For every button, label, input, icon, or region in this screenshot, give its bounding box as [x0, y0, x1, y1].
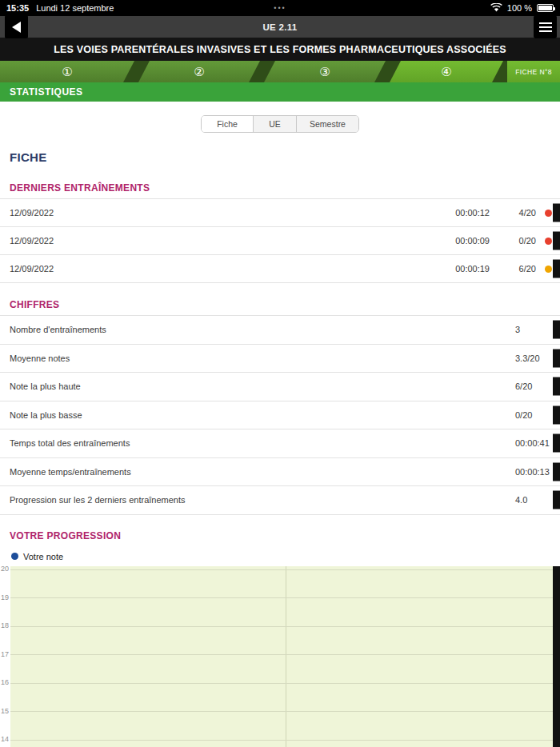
derniers-table: 12/09/2022 00:00:12 4/20 12/09/2022 00:0…	[0, 198, 560, 283]
chiffre-row: Moyenne notes 3.3/20	[0, 345, 560, 374]
status-bar: 15:35 Lundi 12 septembre ••• 100 %	[0, 0, 560, 16]
legend-dot-icon	[11, 553, 18, 560]
chiffre-label: Moyenne temps/entraînements	[10, 467, 515, 477]
nav-bar: UE 2.11	[0, 16, 560, 38]
chart-h-gridline	[10, 683, 560, 684]
step-1-number: ①	[62, 65, 72, 79]
stepper-step-3[interactable]: ③	[264, 61, 386, 82]
chart-y-tick: 16	[0, 678, 9, 687]
chart-y-tick: 20	[0, 565, 9, 573]
chart-y-tick: 15	[0, 707, 9, 716]
chiffres-heading: CHIFFRES	[10, 299, 560, 310]
derniers-heading: DERNIERS ENTRAÎNEMENTS	[10, 182, 560, 194]
stepper-step-2[interactable]: ②	[138, 61, 260, 82]
battery-icon	[537, 4, 554, 12]
tab-fiche[interactable]: Fiche	[202, 116, 253, 132]
stepper-step-1[interactable]: ①	[0, 61, 134, 82]
chiffre-row: Nombre d'entraînements 3	[0, 316, 560, 345]
chart-y-axis: 20191817161514	[0, 566, 10, 747]
back-arrow-icon	[12, 22, 21, 33]
entrainement-duration: 00:00:19	[426, 264, 490, 274]
menu-button[interactable]	[534, 15, 557, 38]
row-edge-marker	[553, 232, 560, 250]
course-banner: LES VOIES PARENTÉRALES INVASIVES ET LES …	[0, 38, 560, 61]
chiffre-row: Progression sur les 2 derniers entraînem…	[0, 486, 560, 515]
chart-y-tick: 14	[0, 735, 9, 744]
row-edge-marker	[553, 462, 560, 481]
fiche-number-label: FICHE N°8	[507, 61, 560, 82]
score-status-dot	[545, 210, 552, 217]
back-button[interactable]	[5, 15, 28, 38]
chart-h-gridline	[10, 569, 560, 570]
stepper-step-4[interactable]: ④	[390, 61, 503, 82]
row-edge-marker	[553, 491, 560, 509]
entrainement-score: 6/20	[490, 264, 536, 274]
statistiques-bar: STATISTIQUES	[0, 82, 560, 102]
entrainement-row[interactable]: 12/09/2022 00:00:12 4/20	[0, 199, 560, 227]
row-edge-marker	[553, 349, 560, 367]
entrainement-row[interactable]: 12/09/2022 00:00:19 6/20	[0, 255, 560, 283]
chiffre-label: Note la plus basse	[10, 410, 515, 420]
chart-h-gridline	[10, 740, 560, 741]
chart-h-gridline	[10, 597, 560, 598]
status-center-dots: •••	[274, 4, 286, 12]
tab-ue[interactable]: UE	[253, 116, 296, 132]
step-4-number: ④	[441, 65, 451, 79]
score-status-dot	[545, 266, 552, 273]
chart-legend: Votre note	[11, 552, 560, 561]
chart-h-gridline	[10, 711, 560, 712]
row-edge-marker	[553, 260, 560, 278]
chiffre-row: Moyenne temps/entraînements 00:00:13	[0, 458, 560, 487]
chart-h-gridline	[10, 654, 560, 655]
status-date: Lundi 12 septembre	[36, 3, 114, 13]
step-2-number: ②	[194, 65, 204, 79]
chiffre-label: Note la plus haute	[10, 381, 515, 391]
row-edge-marker	[553, 434, 560, 453]
entrainement-duration: 00:00:09	[426, 236, 490, 246]
wifi-icon	[490, 3, 502, 14]
chart-y-tick: 17	[0, 650, 9, 659]
content: Fiche UE Semestre FICHE DERNIERS ENTRAÎN…	[0, 115, 560, 747]
row-edge-marker	[553, 405, 560, 424]
row-edge-marker	[553, 377, 560, 396]
entrainement-date: 12/09/2022	[10, 236, 426, 246]
chart-edge-marker	[553, 566, 560, 747]
battery-percent: 100 %	[507, 3, 532, 13]
chart-h-gridline	[10, 626, 560, 627]
chart-y-tick: 19	[0, 593, 9, 602]
chiffre-row: Note la plus basse 0/20	[0, 401, 560, 430]
legend-label: Votre note	[23, 552, 63, 561]
stepper: ① ② ③ ④ FICHE N°8	[0, 61, 560, 82]
step-3-number: ③	[319, 65, 330, 79]
progression-heading: VOTRE PROGRESSION	[10, 530, 560, 541]
chiffre-row: Temps total des entraînements 00:00:41	[0, 429, 560, 458]
chiffre-label: Temps total des entraînements	[10, 438, 515, 448]
chiffres-table: Nombre d'entraînements 3 Moyenne notes 3…	[0, 315, 560, 515]
row-edge-marker	[553, 321, 560, 339]
screen: 15:35 Lundi 12 septembre ••• 100 % UE 2.…	[0, 0, 560, 747]
page-title: FICHE	[10, 150, 560, 164]
scope-segmented-control: Fiche UE Semestre	[201, 115, 359, 133]
chiffre-row: Note la plus haute 6/20	[0, 373, 560, 401]
progression-chart: 20191817161514	[0, 566, 560, 747]
chiffre-label: Moyenne notes	[10, 354, 515, 363]
chart-vertical-gridline	[286, 566, 286, 747]
entrainement-date: 12/09/2022	[10, 264, 426, 274]
chiffre-label: Progression sur les 2 derniers entraînem…	[10, 495, 515, 505]
score-status-dot	[545, 238, 552, 245]
entrainement-row[interactable]: 12/09/2022 00:00:09 0/20	[0, 227, 560, 255]
tab-semestre[interactable]: Semestre	[296, 116, 358, 132]
entrainement-score: 0/20	[490, 236, 536, 246]
row-edge-marker	[553, 204, 560, 222]
chart-y-tick: 18	[0, 621, 9, 630]
entrainement-score: 4/20	[490, 208, 536, 218]
entrainement-date: 12/09/2022	[10, 208, 426, 218]
status-left: 15:35 Lundi 12 septembre	[6, 3, 114, 13]
chart-plot	[10, 566, 560, 747]
status-time: 15:35	[6, 3, 29, 13]
chiffre-label: Nombre d'entraînements	[10, 325, 515, 334]
status-right: 100 %	[490, 3, 554, 14]
entrainement-duration: 00:00:12	[426, 208, 490, 218]
nav-title: UE 2.11	[262, 22, 297, 32]
